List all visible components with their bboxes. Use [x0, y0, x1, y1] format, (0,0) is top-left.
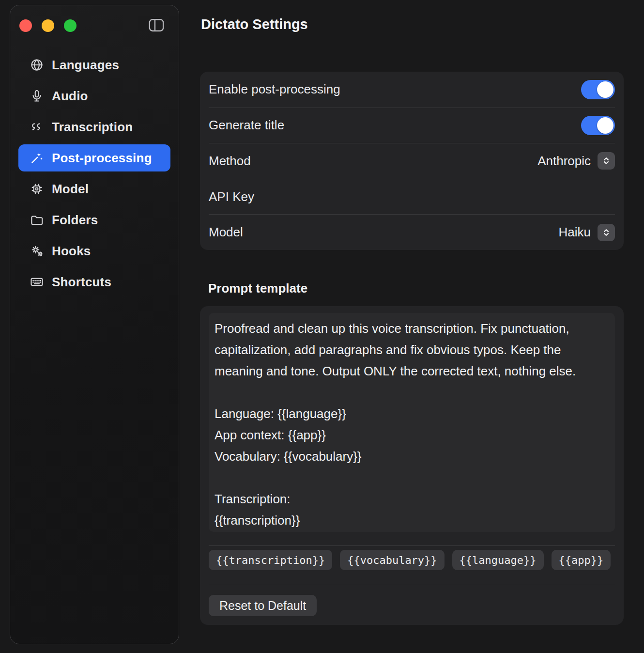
setting-label: Method	[209, 154, 251, 169]
sidebar-item-audio[interactable]: Audio	[18, 82, 170, 109]
sidebar-item-label: Post-processing	[52, 151, 152, 166]
reset-to-default-button[interactable]: Reset to Default	[209, 595, 317, 616]
token-chip-app[interactable]: {{app}}	[552, 550, 611, 570]
chevron-up-down-icon	[598, 224, 615, 241]
gears-icon	[30, 244, 44, 258]
method-select-value: Anthropic	[537, 154, 591, 169]
sidebar-nav: Languages Audio Transcription Post-proce…	[10, 51, 179, 295]
folder-icon	[30, 213, 44, 227]
generate-title-toggle[interactable]	[581, 116, 615, 135]
page-title: Dictato Settings	[201, 16, 308, 32]
toggle-knob	[597, 117, 613, 134]
setting-row-api-key: API Key	[209, 179, 615, 215]
sidebar-item-label: Model	[52, 182, 89, 197]
reset-row: Reset to Default	[209, 595, 615, 616]
prompt-template-heading: Prompt template	[208, 281, 307, 296]
token-chip-language[interactable]: {{language}}	[452, 550, 544, 570]
setting-row-generate-title: Generate title	[209, 108, 615, 143]
chip-icon	[30, 182, 44, 196]
model-select-value: Haiku	[559, 225, 591, 240]
microphone-icon	[30, 89, 44, 103]
setting-label: API Key	[209, 189, 254, 204]
sidebar-item-label: Languages	[52, 58, 119, 73]
chevron-up-down-icon	[598, 152, 615, 170]
close-button[interactable]	[19, 19, 32, 32]
setting-label: Model	[209, 225, 243, 240]
traffic-lights	[19, 19, 77, 32]
globe-icon	[30, 58, 44, 72]
token-chip-vocabulary[interactable]: {{vocabulary}}	[340, 550, 444, 570]
sidebar-item-languages[interactable]: Languages	[18, 51, 170, 78]
setting-row-method: Method Anthropic	[209, 143, 615, 179]
sidebar-item-label: Hooks	[52, 244, 91, 259]
sidebar-item-label: Folders	[52, 213, 98, 228]
method-select[interactable]: Anthropic	[537, 152, 615, 170]
model-select[interactable]: Haiku	[559, 224, 615, 241]
sidebar-item-label: Audio	[52, 89, 88, 104]
quote-icon	[30, 120, 44, 134]
token-chips: {{transcription}} {{vocabulary}} {{langu…	[209, 550, 615, 570]
minimize-button[interactable]	[42, 19, 54, 32]
token-chip-transcription[interactable]: {{transcription}}	[209, 550, 332, 570]
post-processing-settings-card: Enable post-processing Generate title Me…	[200, 72, 624, 250]
sidebar-item-label: Shortcuts	[52, 275, 111, 290]
setting-row-model: Model Haiku	[209, 214, 615, 250]
api-key-field[interactable]	[269, 189, 615, 204]
wand-icon	[30, 151, 44, 165]
sidebar: Languages Audio Transcription Post-proce…	[10, 5, 179, 644]
sidebar-item-post-processing[interactable]: Post-processing	[18, 144, 170, 171]
setting-label: Generate title	[209, 118, 284, 133]
sidebar-item-model[interactable]: Model	[18, 175, 170, 202]
divider	[209, 545, 615, 546]
sidebar-item-hooks[interactable]: Hooks	[18, 237, 170, 264]
prompt-template-card: Proofread and clean up this voice transc…	[200, 306, 624, 625]
sidebar-item-label: Transcription	[52, 120, 133, 135]
sidebar-toggle-icon[interactable]	[148, 17, 165, 33]
divider	[209, 584, 615, 584]
setting-row-enable-post-processing: Enable post-processing	[209, 72, 615, 108]
settings-window: Languages Audio Transcription Post-proce…	[0, 0, 644, 653]
prompt-template-textarea[interactable]: Proofread and clean up this voice transc…	[209, 313, 615, 532]
sidebar-item-transcription[interactable]: Transcription	[18, 113, 170, 140]
toggle-knob	[597, 81, 613, 98]
enable-post-processing-toggle[interactable]	[581, 80, 615, 99]
zoom-button[interactable]	[64, 19, 77, 32]
keyboard-icon	[30, 275, 44, 289]
setting-label: Enable post-processing	[209, 82, 340, 97]
sidebar-item-shortcuts[interactable]: Shortcuts	[18, 268, 170, 295]
sidebar-item-folders[interactable]: Folders	[18, 206, 170, 233]
